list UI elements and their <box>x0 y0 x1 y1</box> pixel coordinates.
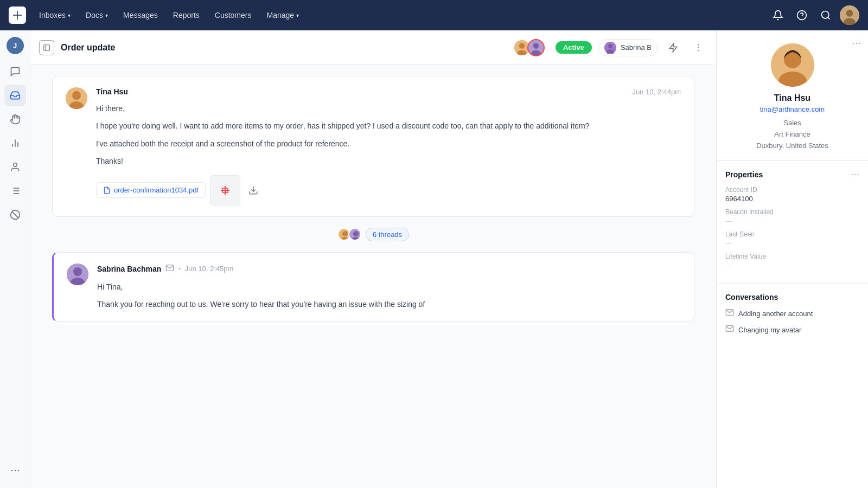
last-seen-label: Last Seen <box>725 230 859 238</box>
conversations-section: Conversations Adding another account Cha… <box>717 284 868 349</box>
svg-point-38 <box>72 91 81 100</box>
beacon-installed-label: Beacon Installed <box>725 208 859 216</box>
svg-point-19 <box>11 470 12 472</box>
nav-manage[interactable]: Manage ▾ <box>260 8 305 23</box>
attachment-image-thumbnail[interactable] <box>210 175 240 206</box>
svg-point-10 <box>13 163 17 167</box>
agent-message-body: Sabrina Bachman • Jun 10, 2:45pm Hi Tina… <box>97 264 681 311</box>
svg-point-35 <box>698 47 699 48</box>
agent-avatar-small <box>604 42 616 54</box>
right-panel: ⋯ Tina Hsu tina@artfinance.com Sales Art… <box>716 30 868 488</box>
properties-more-button[interactable]: ⋯ <box>851 169 859 179</box>
svg-point-28 <box>533 43 539 49</box>
sidebar-icon-bubble[interactable] <box>4 61 26 82</box>
content-area: Order update <box>30 30 716 488</box>
svg-point-20 <box>14 470 16 472</box>
svg-point-2 <box>822 11 829 18</box>
nav-reports[interactable]: Reports <box>167 8 206 23</box>
svg-point-36 <box>698 50 699 51</box>
profile-more-button[interactable]: ⋯ <box>852 37 861 49</box>
svg-rect-22 <box>44 44 50 50</box>
nav-docs[interactable]: Docs ▾ <box>79 8 114 23</box>
conversation-label-1: Changing my avatar <box>738 326 801 334</box>
properties-title: Properties <box>725 170 763 179</box>
sidebar-user-initial[interactable]: J <box>7 37 24 54</box>
sidebar-icon-block[interactable] <box>4 204 26 226</box>
beacon-installed-value: — <box>725 217 859 225</box>
agent-sender-name: Sabrina Bachman <box>97 265 161 273</box>
customer-message-header: Tina Hsu Jun 10, 2:44pm <box>96 87 681 96</box>
attachments-row: order-confirmation1034.pdf <box>96 175 681 206</box>
customer-message-body: Tina Hsu Jun 10, 2:44pm Hi there, I hope… <box>96 87 681 206</box>
sidebar-icon-person[interactable] <box>4 156 26 178</box>
svg-point-45 <box>342 231 348 236</box>
search-icon[interactable] <box>816 5 835 25</box>
email-icon <box>165 264 174 274</box>
lifetime-value-property: Lifetime Value — <box>725 253 859 269</box>
sidebar-toggle-button[interactable] <box>39 40 54 55</box>
conversation-icon-1 <box>725 324 734 335</box>
svg-point-21 <box>17 470 19 472</box>
customer-message-card: Tina Hsu Jun 10, 2:44pm Hi there, I hope… <box>52 76 694 217</box>
assigned-agent-selector[interactable]: Sabrina B <box>598 39 658 56</box>
automation-icon[interactable] <box>664 38 682 57</box>
account-id-label: Account ID <box>725 186 859 194</box>
participant-avatars <box>513 39 545 56</box>
agent-message-header: Sabrina Bachman • Jun 10, 2:45pm <box>97 264 681 274</box>
conversation-header: Order update <box>30 30 716 65</box>
notifications-icon[interactable] <box>768 5 788 25</box>
thread-avatars <box>337 228 361 241</box>
avatar-sabrina-header <box>527 39 545 56</box>
conversation-title: Order update <box>61 43 115 53</box>
thread-count-button[interactable]: 6 threads <box>366 228 409 241</box>
customer-name: Tina Hsu <box>774 93 810 103</box>
agent-message-time: Jun 10, 2:45pm <box>185 265 234 273</box>
help-icon[interactable] <box>792 5 812 25</box>
agent-avatar <box>67 264 88 285</box>
svg-point-51 <box>73 267 82 276</box>
customer-sender-name: Tina Hsu <box>96 87 128 96</box>
nav-inboxes[interactable]: Inboxes ▾ <box>33 8 77 23</box>
customer-profile: ⋯ Tina Hsu tina@artfinance.com Sales Art… <box>717 30 868 160</box>
svg-point-31 <box>608 44 612 48</box>
sidebar-icon-hand[interactable] <box>4 108 26 130</box>
conversation-label-0: Adding another account <box>738 310 813 318</box>
conversation-item-1[interactable]: Changing my avatar <box>725 324 859 335</box>
conversation-icon-0 <box>725 308 734 319</box>
customer-profile-avatar <box>771 43 814 87</box>
conversation-item-0[interactable]: Adding another account <box>725 308 859 319</box>
svg-point-25 <box>519 43 525 49</box>
user-avatar[interactable] <box>840 5 859 25</box>
lifetime-value-value: — <box>725 261 859 269</box>
conversations-title: Conversations <box>725 293 859 301</box>
download-icon[interactable] <box>245 182 262 199</box>
account-id-property: Account ID 6964100 <box>725 186 859 203</box>
agent-name: Sabrina B <box>621 43 652 52</box>
properties-header: Properties ⋯ <box>725 169 859 179</box>
sidebar-icon-inbox[interactable] <box>4 85 26 106</box>
status-badge: Active <box>556 41 592 54</box>
attachment-file-pdf[interactable]: order-confirmation1034.pdf <box>96 182 206 198</box>
properties-section: Properties ⋯ Account ID 6964100 Beacon I… <box>717 160 868 284</box>
topnav: Inboxes ▾ Docs ▾ Messages Reports Custom… <box>0 0 868 30</box>
more-options-icon[interactable] <box>689 38 707 57</box>
beacon-installed-property: Beacon Installed — <box>725 208 859 225</box>
svg-point-5 <box>846 10 853 17</box>
thread-connector: 6 threads <box>52 228 694 241</box>
messages-area: Tina Hsu Jun 10, 2:44pm Hi there, I hope… <box>30 65 716 488</box>
svg-point-48 <box>353 231 359 236</box>
sidebar-icon-more[interactable] <box>4 460 26 481</box>
svg-marker-33 <box>669 43 677 52</box>
sidebar: J <box>0 30 30 488</box>
sidebar-icon-list[interactable] <box>4 180 26 202</box>
customer-email[interactable]: tina@artfinance.com <box>760 105 825 113</box>
nav-customers[interactable]: Customers <box>208 8 258 23</box>
lifetime-value-label: Lifetime Value <box>725 253 859 260</box>
customer-message-time: Jun 10, 2:44pm <box>632 88 681 96</box>
nav-messages[interactable]: Messages <box>117 8 164 23</box>
app-logo[interactable] <box>9 7 26 24</box>
customer-avatar <box>66 87 87 109</box>
sidebar-icon-chart[interactable] <box>4 132 26 154</box>
last-seen-property: Last Seen — <box>725 230 859 247</box>
svg-line-18 <box>12 211 18 218</box>
